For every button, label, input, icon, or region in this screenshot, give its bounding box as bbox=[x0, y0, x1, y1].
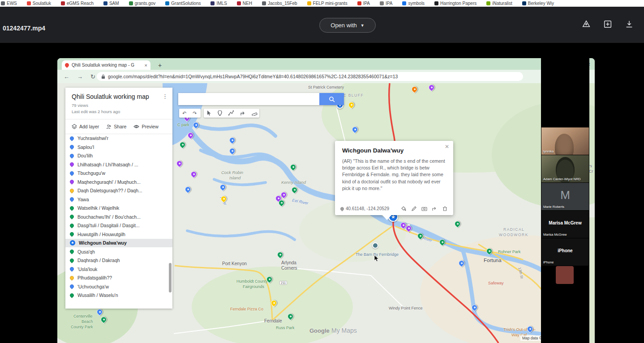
browser-tab[interactable]: Qhili Soulatluk working map - G × bbox=[62, 60, 150, 70]
measure-tool-icon[interactable] bbox=[249, 110, 261, 116]
place-item[interactable]: Tbuchgugu'w bbox=[65, 169, 172, 178]
place-item[interactable]: Qusa'qh bbox=[65, 247, 172, 256]
map-pin[interactable] bbox=[219, 195, 228, 203]
place-item[interactable]: Yawa bbox=[65, 195, 172, 204]
map-pin[interactable] bbox=[427, 83, 435, 91]
place-item[interactable]: Lhilhatsaqh / Lhi'lhatsaqh / ... bbox=[65, 160, 172, 169]
new-tab-button[interactable]: + bbox=[155, 60, 165, 70]
map-pin[interactable] bbox=[470, 303, 478, 311]
map-pin[interactable] bbox=[95, 308, 103, 316]
map-pin[interactable] bbox=[347, 101, 355, 109]
map-pin[interactable] bbox=[189, 170, 197, 178]
participant-tile[interactable]: MMarie Roberts bbox=[541, 183, 589, 210]
map-pin[interactable] bbox=[175, 159, 183, 167]
info-window-close-icon[interactable]: ✕ bbox=[445, 144, 449, 150]
place-item[interactable]: Watselhik / Wajelhik bbox=[65, 204, 172, 213]
bookmark-item[interactable]: iNaturalist bbox=[486, 1, 512, 6]
map-pin[interactable] bbox=[526, 325, 534, 333]
bookmark-item[interactable]: IPA bbox=[380, 1, 392, 6]
bookmark-item[interactable]: IMLS bbox=[210, 1, 227, 6]
place-item[interactable]: Maqhechguraqhi' / Muqhuch... bbox=[65, 178, 172, 186]
map-pin[interactable] bbox=[228, 136, 236, 144]
place-item[interactable]: Plhudatsgalilh?? bbox=[65, 274, 172, 283]
bookmark-item[interactable]: Berkeley Wiy bbox=[522, 1, 554, 6]
map-pin[interactable] bbox=[178, 140, 186, 148]
undo-icon[interactable]: ↶ bbox=[179, 110, 189, 116]
place-item[interactable]: Wusalilh / Waselu'n bbox=[65, 291, 172, 300]
add-directions-tool-icon[interactable] bbox=[237, 110, 249, 116]
place-item[interactable]: Huwutgilh / Houwutgilh bbox=[65, 230, 172, 239]
bookmark-item[interactable]: FELP mini-grants bbox=[307, 1, 348, 6]
tab-close-icon[interactable]: × bbox=[145, 63, 147, 68]
map-pin[interactable] bbox=[219, 183, 227, 191]
bookmark-item[interactable]: GrantSolutions bbox=[165, 1, 201, 6]
draw-line-tool-icon[interactable] bbox=[225, 110, 237, 116]
add-to-workspace-icon[interactable] bbox=[603, 19, 613, 29]
participant-tile[interactable]: iPhoneiPhone bbox=[541, 238, 589, 266]
map-pin[interactable] bbox=[184, 185, 192, 193]
map-pin[interactable] bbox=[99, 315, 107, 323]
map-pin[interactable] bbox=[453, 220, 461, 228]
add-marker-tool-icon[interactable] bbox=[215, 110, 225, 116]
map-pin[interactable] bbox=[457, 259, 465, 267]
map-pin[interactable] bbox=[270, 299, 278, 307]
panel-menu-kebab-icon[interactable]: ⋮ bbox=[162, 93, 168, 100]
bookmark-item[interactable]: grants.gov bbox=[129, 1, 156, 6]
forward-icon[interactable]: → bbox=[77, 73, 83, 80]
place-item[interactable]: Dou'lilh bbox=[65, 152, 172, 161]
map-search-button[interactable] bbox=[319, 93, 344, 105]
map-pin[interactable] bbox=[438, 238, 446, 246]
participant-tile[interactable]: Marisa McGrewMarisa McGrew bbox=[541, 211, 589, 238]
map-search-input[interactable] bbox=[178, 93, 319, 105]
participant-tile[interactable]: lynnika bbox=[541, 127, 589, 155]
place-item[interactable]: Daqhraqh / Dakraqh bbox=[65, 256, 172, 265]
place-item[interactable]: ★Wichgoun Dalwa'wuy bbox=[65, 239, 172, 248]
add-layer-button[interactable]: Add layer bbox=[72, 124, 99, 129]
place-item[interactable]: Bouchachwu'lhi' / Bou'chach... bbox=[65, 212, 172, 221]
map-pin[interactable] bbox=[289, 163, 297, 171]
bookmark-item[interactable]: eGMS Reach bbox=[61, 1, 94, 6]
map-pin[interactable] bbox=[286, 312, 294, 320]
map-poi-marker[interactable] bbox=[372, 242, 378, 249]
place-item[interactable]: 'Usla'louk bbox=[65, 265, 172, 274]
participant-tile[interactable]: Adam Canter-Wiyot NRD bbox=[541, 155, 589, 182]
map-pin[interactable] bbox=[485, 247, 493, 255]
bookmark-item[interactable]: IPA bbox=[357, 1, 370, 6]
reload-icon[interactable]: ↻ bbox=[90, 73, 95, 80]
share-button[interactable]: Share bbox=[106, 124, 126, 129]
participant-tile[interactable]: R bbox=[556, 266, 574, 284]
download-icon[interactable] bbox=[624, 19, 634, 29]
place-item[interactable]: Saplou'l bbox=[65, 143, 172, 152]
camera-icon[interactable] bbox=[421, 206, 427, 212]
map-pin[interactable] bbox=[410, 85, 418, 93]
map-pin[interactable] bbox=[416, 232, 424, 240]
place-item[interactable]: Daqh Daletsguraqh?? / Daqh... bbox=[65, 186, 172, 195]
panel-scrollbar[interactable] bbox=[169, 263, 172, 292]
redo-icon[interactable]: ↷ bbox=[189, 110, 200, 116]
back-icon[interactable]: ← bbox=[64, 73, 69, 80]
bookmark-item[interactable]: NEH bbox=[237, 1, 252, 6]
select-tool-icon[interactable] bbox=[204, 110, 215, 116]
map-pin[interactable] bbox=[265, 275, 273, 283]
map-pin[interactable] bbox=[192, 121, 200, 129]
map-pin[interactable] bbox=[228, 147, 236, 155]
bookmark-item[interactable]: EWS bbox=[1, 1, 17, 6]
bookmark-item[interactable]: Soulatluk bbox=[27, 1, 51, 6]
bookmark-item[interactable]: SAM bbox=[103, 1, 119, 6]
open-with-button[interactable]: Open with ▼ bbox=[319, 18, 376, 33]
map-pin[interactable] bbox=[351, 125, 359, 133]
place-item[interactable]: Yuchrawishwi'r bbox=[65, 134, 172, 143]
place-item[interactable]: 'Uchvouchga'w bbox=[65, 282, 172, 291]
directions-icon[interactable] bbox=[432, 206, 438, 212]
address-bar[interactable]: google.com/maps/d/edit?hl=en&mid=1QmWvyn… bbox=[97, 72, 523, 81]
map-pin[interactable] bbox=[186, 131, 194, 139]
edit-pencil-icon[interactable] bbox=[411, 206, 417, 212]
add-shortcut-to-drive-icon[interactable] bbox=[581, 19, 591, 29]
bookmark-item[interactable]: Harrington Papers bbox=[434, 1, 477, 6]
style-icon[interactable] bbox=[401, 206, 407, 212]
delete-trash-icon[interactable] bbox=[442, 206, 448, 212]
bookmark-item[interactable]: symbols bbox=[402, 1, 425, 6]
map-pin[interactable] bbox=[290, 186, 298, 194]
map-pin[interactable] bbox=[276, 250, 284, 258]
place-item[interactable]: Dasgi'tuli / Dasgitali / Dasgit... bbox=[65, 221, 172, 230]
